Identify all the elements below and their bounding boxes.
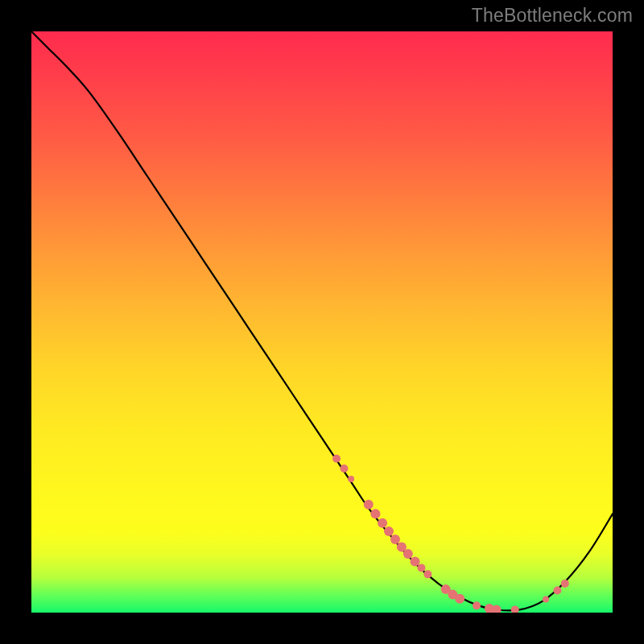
curve-marker bbox=[543, 596, 549, 602]
curve-marker bbox=[561, 580, 569, 588]
curve-marker bbox=[378, 518, 387, 528]
chart-svg bbox=[31, 31, 613, 613]
curve-marker bbox=[423, 570, 431, 578]
curve-marker bbox=[411, 556, 420, 566]
curve-marker bbox=[511, 605, 519, 613]
curve-marker bbox=[417, 564, 425, 572]
attribution-label: TheBottleneck.com bbox=[472, 5, 633, 27]
curve-markers bbox=[332, 455, 569, 613]
chart-frame: TheBottleneck.com bbox=[0, 0, 644, 644]
curve-marker bbox=[384, 526, 394, 536]
curve-marker bbox=[403, 549, 413, 559]
plot-area bbox=[31, 31, 613, 613]
curve-marker bbox=[390, 535, 400, 544]
curve-marker bbox=[340, 464, 348, 473]
curve-marker bbox=[348, 476, 354, 482]
curve-marker bbox=[455, 594, 464, 604]
curve-marker bbox=[553, 587, 561, 595]
curve-marker bbox=[370, 509, 380, 518]
curve-marker bbox=[364, 500, 374, 510]
curve-marker bbox=[332, 455, 341, 463]
curve-marker bbox=[473, 601, 481, 609]
bottleneck-curve bbox=[31, 31, 613, 610]
